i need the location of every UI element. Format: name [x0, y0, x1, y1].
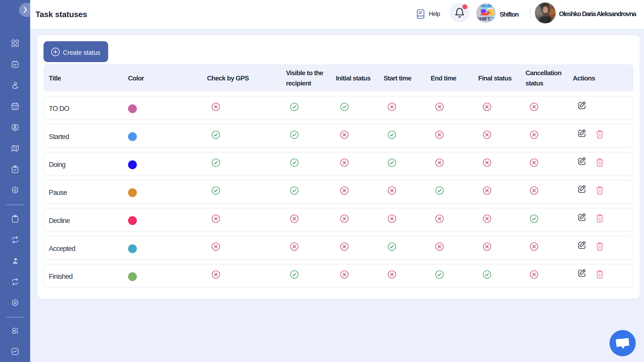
- svg-text:SHIFT: SHIFT: [477, 16, 490, 22]
